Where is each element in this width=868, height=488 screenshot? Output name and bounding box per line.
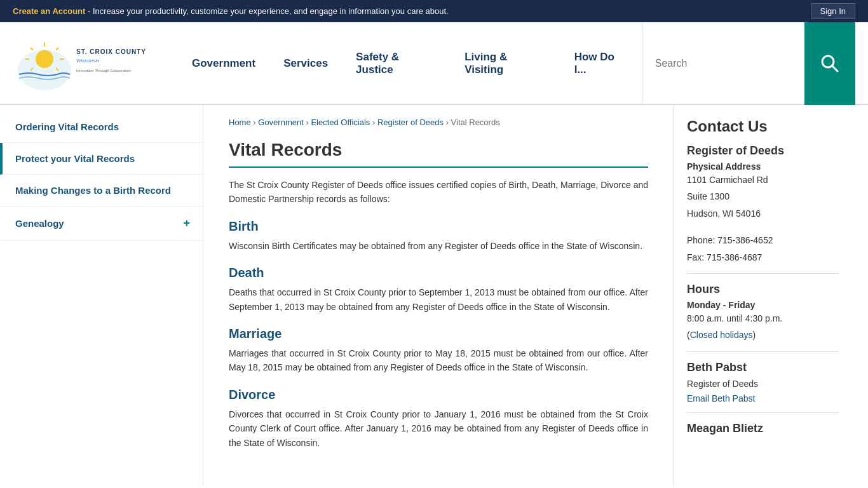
page-title: Vital Records bbox=[229, 140, 648, 168]
contact-register-section: Register of Deeds Physical Address 1101 … bbox=[687, 144, 839, 264]
search-icon bbox=[818, 52, 841, 75]
nav-living-visiting[interactable]: Living & Visiting bbox=[451, 22, 560, 104]
breadcrumb-elected-officials[interactable]: Elected Officials bbox=[311, 118, 370, 127]
divorce-section: Divorce Divorces that occurred in St Cro… bbox=[229, 388, 648, 450]
nav-how-do-i[interactable]: How Do I... bbox=[560, 22, 642, 104]
divorce-text: Divorces that occurred in St Croix Count… bbox=[229, 407, 648, 450]
sidebar-link-protect[interactable]: Protect your Vital Records bbox=[3, 143, 203, 174]
site-logo[interactable]: ST. CROIX COUNTY Wisconsin Innovation Th… bbox=[13, 35, 159, 92]
sidebar-link-ordering[interactable]: Ordering Vital Records bbox=[3, 111, 203, 142]
person-title-1: Register of Deeds bbox=[687, 377, 839, 391]
svg-line-13 bbox=[832, 65, 837, 71]
contact-person-1: Beth Pabst Register of Deeds Email Beth … bbox=[687, 361, 839, 403]
breadcrumb-home[interactable]: Home bbox=[229, 118, 251, 127]
physical-address-label: Physical Address bbox=[687, 161, 839, 172]
marriage-heading: Marriage bbox=[229, 327, 648, 341]
top-banner: Create an Account - Increase your produc… bbox=[0, 0, 868, 22]
marriage-text: Marriages that occurred in St Croix Coun… bbox=[229, 346, 648, 375]
contact-divider-1 bbox=[687, 273, 839, 274]
svg-line-3 bbox=[56, 48, 58, 50]
main-nav: Government Services Safety & Justice Liv… bbox=[178, 22, 804, 104]
address-line3: Hudson, WI 54016 bbox=[687, 207, 839, 220]
contact-section-title: Register of Deeds bbox=[687, 144, 839, 158]
contact-person-2: Meagan Blietz bbox=[687, 422, 839, 435]
create-account-link[interactable]: Create an Account bbox=[13, 6, 85, 16]
email-link-1[interactable]: Email Beth Pabst bbox=[687, 393, 755, 403]
marriage-section: Marriage Marriages that occurred in St C… bbox=[229, 327, 648, 375]
sidebar-item-genealogy[interactable]: Genealogy + bbox=[0, 207, 203, 241]
svg-line-6 bbox=[31, 48, 33, 50]
expand-genealogy-icon[interactable]: + bbox=[183, 217, 190, 230]
intro-text: The St Croix County Register of Deeds of… bbox=[229, 178, 648, 207]
site-header: ST. CROIX COUNTY Wisconsin Innovation Th… bbox=[0, 22, 868, 105]
address-line2: Suite 1300 bbox=[687, 189, 839, 203]
page-content: Home › Government › Elected Officials › … bbox=[203, 105, 674, 486]
contact-divider-2 bbox=[687, 351, 839, 352]
sidebar-link-changes[interactable]: Making Changes to a Birth Record bbox=[3, 175, 203, 206]
hours-title: Hours bbox=[687, 283, 839, 296]
birth-text: Wisconsin Birth Certificates may be obta… bbox=[229, 239, 648, 253]
svg-text:ST. CROIX COUNTY: ST. CROIX COUNTY bbox=[76, 48, 146, 55]
person-name-2: Meagan Blietz bbox=[687, 422, 839, 435]
search-button[interactable] bbox=[804, 22, 855, 105]
birth-section: Birth Wisconsin Birth Certificates may b… bbox=[229, 219, 648, 253]
person-name-1: Beth Pabst bbox=[687, 361, 839, 374]
sign-in-button[interactable]: Sign In bbox=[811, 3, 855, 19]
birth-heading: Birth bbox=[229, 219, 648, 234]
contact-divider-3 bbox=[687, 412, 839, 413]
svg-point-1 bbox=[36, 50, 53, 68]
main-content: Ordering Vital Records Protect your Vita… bbox=[0, 105, 868, 486]
death-section: Death Deaths that occurred in St Croix C… bbox=[229, 266, 648, 314]
svg-text:Wisconsin: Wisconsin bbox=[76, 58, 100, 64]
breadcrumb-register-of-deeds[interactable]: Register of Deeds bbox=[377, 118, 444, 127]
breadcrumb: Home › Government › Elected Officials › … bbox=[229, 118, 648, 127]
divorce-heading: Divorce bbox=[229, 388, 648, 402]
sidebar-link-genealogy[interactable]: Genealogy bbox=[15, 218, 64, 229]
sidebar-item-changes[interactable]: Making Changes to a Birth Record bbox=[0, 175, 203, 207]
svg-text:Innovation Through Cooperation: Innovation Through Cooperation bbox=[76, 69, 131, 72]
nav-services[interactable]: Services bbox=[269, 22, 342, 104]
sidebar-item-protect[interactable]: Protect your Vital Records bbox=[0, 143, 203, 175]
closed-holidays-link[interactable]: Closed holidays bbox=[690, 330, 753, 340]
search-input[interactable] bbox=[655, 58, 782, 69]
logo-area: ST. CROIX COUNTY Wisconsin Innovation Th… bbox=[13, 35, 178, 92]
phone-text: Phone: 715-386-4652 bbox=[687, 233, 839, 247]
hours-days-label: Monday - Friday bbox=[687, 300, 839, 310]
breadcrumb-government[interactable]: Government bbox=[258, 118, 304, 127]
death-text: Deaths that occurred in St Croix County … bbox=[229, 285, 648, 314]
fax-text: Fax: 715-386-4687 bbox=[687, 250, 839, 264]
left-sidebar: Ordering Vital Records Protect your Vita… bbox=[0, 105, 203, 486]
address-line1: 1101 Carmichael Rd bbox=[687, 173, 839, 187]
hours-text: 8:00 a.m. until 4:30 p.m. bbox=[687, 311, 839, 325]
banner-message: Create an Account - Increase your produc… bbox=[13, 6, 449, 16]
breadcrumb-current: Vital Records bbox=[451, 118, 500, 127]
search-area bbox=[642, 22, 804, 104]
nav-safety-justice[interactable]: Safety & Justice bbox=[342, 22, 451, 104]
nav-links: Government Services Safety & Justice Liv… bbox=[178, 22, 642, 104]
right-sidebar: Contact Us Register of Deeds Physical Ad… bbox=[674, 105, 851, 486]
banner-text: - Increase your productivity, customize … bbox=[85, 6, 448, 16]
death-heading: Death bbox=[229, 266, 648, 280]
nav-government[interactable]: Government bbox=[178, 22, 269, 104]
contact-us-title: Contact Us bbox=[687, 118, 839, 135]
sidebar-item-ordering[interactable]: Ordering Vital Records bbox=[0, 111, 203, 143]
hours-section: Hours Monday - Friday 8:00 a.m. until 4:… bbox=[687, 283, 839, 342]
